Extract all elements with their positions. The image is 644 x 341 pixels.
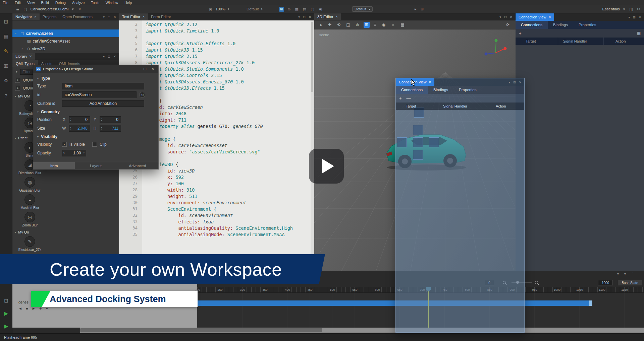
float-panel-icon[interactable]: ⊡ xyxy=(108,15,110,19)
unpin-chevron-icon[interactable]: ▾ xyxy=(508,80,510,84)
width-stepper[interactable]: ▴▾ 2.048 xyxy=(69,125,90,132)
style-stepper[interactable]: ▴▾ xyxy=(261,7,262,11)
tab-3d-editor[interactable]: 3D Editor✕ xyxy=(314,13,341,20)
close-tab-icon[interactable]: ✕ xyxy=(335,15,338,18)
menu-debug[interactable]: Debug xyxy=(55,1,66,5)
zoom-level[interactable]: 100% xyxy=(216,7,225,11)
library-item-gaussian-blur[interactable]: ◍Gaussian Blur xyxy=(12,176,47,193)
live-preview-icon[interactable]: ⊡ xyxy=(2,297,10,304)
close-tab-icon[interactable]: ✕ xyxy=(548,15,551,19)
editor-scrollbar[interactable] xyxy=(311,20,314,271)
local-global-icon[interactable]: ⊕ xyxy=(355,22,361,28)
next-keyframe-icon[interactable]: ▶ xyxy=(33,307,35,310)
connections-table-body[interactable] xyxy=(396,110,524,332)
close-tab-icon[interactable]: ✕ xyxy=(429,80,431,84)
close-window-icon[interactable]: ✕ xyxy=(150,67,156,71)
move-tool-icon[interactable]: ✚ xyxy=(327,22,333,28)
connection-view-floating-panel[interactable]: Connection View✕▾⊡✕ConnectionsBindingsPr… xyxy=(395,78,525,333)
snap-grid-icon[interactable]: ⊞ xyxy=(279,7,284,12)
float-panel-icon[interactable]: ⊡ xyxy=(633,15,636,19)
prev-keyframe-icon[interactable]: ◀ xyxy=(19,307,21,310)
light-icon[interactable]: ☼ xyxy=(390,22,396,28)
outline-icon[interactable]: ▢ xyxy=(310,7,315,12)
workspace-select[interactable]: Default ▾ xyxy=(352,6,373,12)
select-tool-icon[interactable]: ▸ xyxy=(319,22,324,28)
close-panel-icon[interactable]: ✕ xyxy=(510,15,513,19)
unpin-chevron-icon[interactable]: ▾ xyxy=(298,15,300,19)
close-tab-icon[interactable]: ✕ xyxy=(29,55,32,58)
tab-form-editor[interactable]: Form Editor xyxy=(148,13,174,20)
close-tab-icon[interactable]: ✕ xyxy=(34,15,37,18)
float-panel-icon[interactable]: ⊡ xyxy=(108,55,110,58)
add-connection-button[interactable]: + xyxy=(519,31,522,36)
tab-projects[interactable]: Projects xyxy=(40,13,60,20)
expander-icon[interactable]: ▾ xyxy=(15,32,18,35)
anchors-icon[interactable]: ⊕ xyxy=(286,7,291,12)
timeline-scrollbar[interactable] xyxy=(80,328,644,333)
close-panel-icon[interactable]: ✕ xyxy=(639,15,641,19)
view-columns-icon[interactable]: ◫ xyxy=(628,7,634,12)
layout-grid-icon[interactable]: ⊞ xyxy=(420,7,425,12)
library-section-header[interactable]: ▾My Qu xyxy=(12,229,119,235)
file-list-icon[interactable]: ▤ xyxy=(2,33,10,40)
menu-tools[interactable]: Tools xyxy=(91,1,99,5)
menu-file[interactable]: File xyxy=(3,1,8,5)
unpin-chevron-icon[interactable]: ▾ xyxy=(103,55,105,58)
timeline-section-bar[interactable] xyxy=(197,300,589,306)
menu-build[interactable]: Build xyxy=(41,1,49,5)
close-panel-icon[interactable]: ✕ xyxy=(113,55,116,58)
add-keyframe-icon[interactable]: ⊕ xyxy=(39,307,42,310)
edit-pencil-icon[interactable]: ✎ xyxy=(2,48,10,55)
navigator-item-carViewScreen[interactable]: ▾▢carViewScreen xyxy=(12,29,119,37)
rows-icon[interactable]: ▤ xyxy=(302,7,307,12)
components-icon[interactable]: ▦ xyxy=(2,62,10,70)
x-position-stepper[interactable]: ▴▾ 0 xyxy=(69,116,90,123)
timeline-menu-icon[interactable]: ⋮ xyxy=(631,272,635,276)
tab-text-editor[interactable]: Text Editor✕ xyxy=(119,13,148,20)
chevron-down-icon[interactable]: ▾ xyxy=(622,7,626,12)
effects-icon[interactable]: ≈ xyxy=(413,7,417,11)
component-grid-icon[interactable]: ▦ xyxy=(294,7,299,12)
run-project-icon[interactable]: ▶ xyxy=(2,310,10,317)
align-view-icon[interactable]: ≡ xyxy=(373,22,378,28)
collapse-icon[interactable]: ▾ xyxy=(624,272,626,276)
scene-node-label[interactable]: scene xyxy=(319,33,329,37)
tab-item[interactable]: Item xyxy=(33,162,75,169)
rotate-tool-icon[interactable]: ⟲ xyxy=(336,22,342,28)
tab-bindings[interactable]: Bindings xyxy=(428,86,453,94)
connection-grid-icon[interactable]: ▦ xyxy=(637,31,641,36)
reset-id-icon[interactable]: ⟲ xyxy=(139,92,145,98)
document-dropdown-icon[interactable]: ▾ xyxy=(71,7,75,12)
record-icon[interactable]: ◉ xyxy=(208,7,213,12)
tab-open-documents[interactable]: Open Documents xyxy=(59,13,96,20)
reset-view-icon[interactable]: ⟳ xyxy=(505,22,511,28)
tab-navigator[interactable]: Navigator✕ xyxy=(12,13,40,20)
state-selector[interactable]: Base State xyxy=(618,280,642,285)
y-position-stepper[interactable]: ▴▾ 0 xyxy=(100,116,121,123)
panel-header[interactable]: Connection View✕▾⊡✕ xyxy=(516,13,644,21)
menu-view[interactable]: View xyxy=(27,1,35,5)
float-panel-icon[interactable]: ⊡ xyxy=(504,15,507,19)
tab-properties[interactable]: Properties xyxy=(453,86,482,94)
type-field[interactable]: Item xyxy=(62,83,144,89)
navigator-item-carViewScreenAsset[interactable]: ▨carViewScreenAsset xyxy=(12,37,119,45)
tab-library[interactable]: Library✕ xyxy=(12,53,35,60)
connections-table-body[interactable] xyxy=(516,45,644,271)
menu-edit[interactable]: Edit xyxy=(15,1,21,5)
tab-properties[interactable]: Properties xyxy=(573,21,601,29)
expander-icon[interactable]: ▸ xyxy=(22,47,25,50)
id-input[interactable]: carViewScreen xyxy=(62,91,137,98)
library-item-electriccar-27k[interactable]: ✎Electriccar_27k xyxy=(12,235,47,253)
float-panel-icon[interactable]: ⊡ xyxy=(513,80,516,84)
unpin-chevron-icon[interactable]: ▾ xyxy=(103,15,105,19)
run-debug-icon[interactable]: ▶ xyxy=(2,323,10,330)
zoom-stepper[interactable]: ▴▾ xyxy=(228,7,229,11)
scrollbar-handle[interactable] xyxy=(80,328,322,332)
track-name[interactable]: genes xyxy=(18,300,29,304)
library-item-zoom-blur[interactable]: ◎Zoom Blur xyxy=(12,211,47,228)
help-icon[interactable]: ? xyxy=(2,92,10,99)
menu-analyze[interactable]: Analyze xyxy=(72,1,85,5)
close-tab-icon[interactable]: ✕ xyxy=(142,15,145,18)
style-select[interactable]: Default xyxy=(247,7,259,11)
dialog-titlebar[interactable]: DS Properties - Qt Design Studio ▢ ✕ xyxy=(33,65,158,73)
